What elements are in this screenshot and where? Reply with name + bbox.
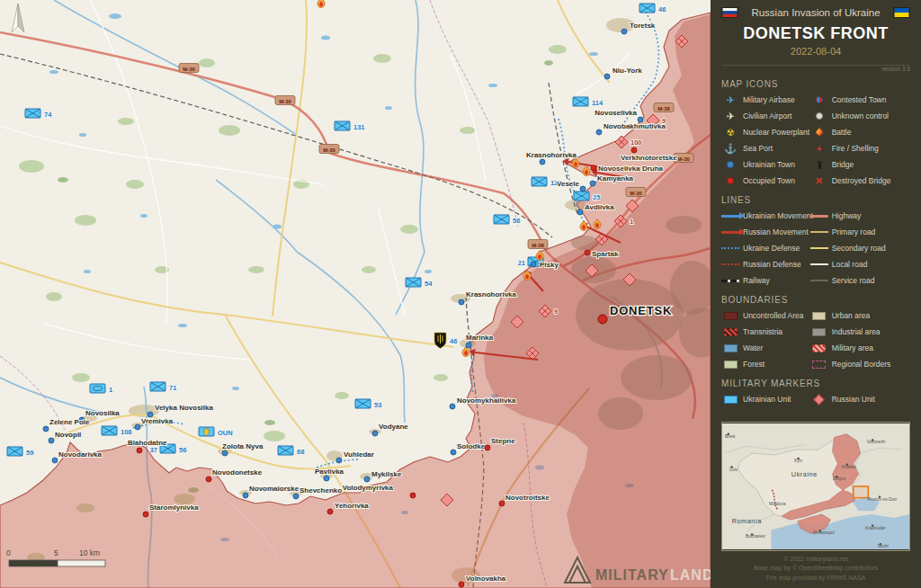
contested-town-icon [810, 94, 828, 106]
legend-item-label: Local road [832, 260, 868, 269]
regional-borders-shape [812, 361, 826, 369]
secondary-road-shape [810, 247, 828, 250]
front-title: DONETSK FRONT [721, 24, 910, 43]
ukraine-flag-icon [893, 7, 910, 18]
town-label: Novoselivka Druha [598, 165, 664, 173]
town-label: Novobakhmutivka [604, 122, 666, 130]
forest-patch [72, 373, 90, 382]
legend-item-label: Russian Unit [832, 395, 875, 404]
forest-patch [264, 431, 285, 441]
legend-item-bridge: )(Bridge [810, 156, 910, 173]
legend-item-industrial-area: Industrial area [810, 324, 910, 340]
local-road-shape [810, 263, 828, 265]
legend-item-label: Nuclear Powerplant [743, 128, 809, 137]
legend-item-label: Occupied Town [743, 176, 795, 185]
military-area-icon [810, 342, 828, 354]
town-label: Novomykhailivka [457, 396, 516, 405]
road-badge-label: M-30 [323, 147, 335, 153]
forest-patch [46, 292, 62, 301]
legend-item-ukrainian-unit: Ukrainian Unit [721, 391, 810, 407]
forest-patch [434, 374, 448, 381]
uncontrolled-area-shape [724, 312, 738, 320]
sidebar-bottom: BrestVoronezhKyivKharkivLvivUkraineDnipr… [721, 422, 910, 584]
forest-patch [335, 392, 349, 399]
scale-label: 10 km [79, 548, 100, 557]
road-badge-label: M-30 [183, 67, 195, 72]
town-dot [293, 494, 299, 499]
legend-item-water: Water [721, 340, 810, 356]
town-label: Blahodatne [128, 439, 167, 447]
road-badge: M-30 [179, 64, 199, 73]
road-badge-label: M-30 [630, 191, 642, 196]
town-dot [580, 186, 586, 192]
legend-item-label: Russian Movement [743, 227, 809, 236]
town-dot [43, 426, 49, 432]
legend-item-transnistria: Transnistria [721, 324, 810, 340]
pond [49, 70, 58, 74]
pond [385, 106, 392, 110]
water-shape [724, 344, 738, 352]
forest-patch [118, 118, 134, 125]
town-dot [372, 431, 378, 436]
russian-defense-icon [721, 258, 739, 271]
town-dot [324, 476, 329, 481]
ukrainian-movement-icon [721, 209, 739, 222]
ukrainian-unit-marker: 25 [574, 192, 600, 201]
overview-minimap: BrestVoronezhKyivKharkivLvivUkraineDnipr… [721, 422, 910, 551]
ukrainian-unit-label: 108 [121, 428, 132, 436]
town-label: Yehorivka [335, 502, 369, 510]
legend-item-battle: Battle [810, 124, 910, 140]
ukraine-defense-icon [721, 242, 739, 254]
forest-patch [362, 266, 376, 273]
legend-item-sea-port: ⚓Sea Port [721, 140, 810, 156]
town-dot [49, 438, 54, 443]
transnistria-icon [721, 325, 739, 338]
pond [84, 270, 91, 273]
town-dot [585, 250, 590, 255]
town-dot [499, 501, 505, 506]
unknown-control-icon [810, 110, 828, 122]
town-label: Stepne [491, 437, 515, 445]
town-dot [52, 458, 58, 463]
city-urban-patch [598, 397, 643, 430]
attribution-block: © 2022 militaryland.net Base map by © Op… [721, 555, 910, 584]
ukrainian-unit-marker: 74 [25, 109, 52, 119]
ukrainian-unit-marker: 131 [335, 121, 365, 131]
town-label: Staromlynivka [149, 503, 199, 512]
legend-item-label: Highway [832, 211, 862, 220]
pond [589, 52, 598, 56]
map-canvas: M-30M-30M-30M-38M-30M-30M-38910019741311… [0, 0, 711, 588]
russian-unit-label: 1 [630, 218, 633, 226]
legend-heading-military-markers: MILITARY MARKERS [721, 379, 910, 388]
version-label: version 3.6 [721, 66, 910, 73]
legend-item-regional-borders: Regional Borders [810, 356, 910, 372]
legend-item-military-area: Military area [810, 340, 910, 356]
occupied-town-shape [727, 177, 734, 184]
forest-patch [248, 266, 264, 273]
minimap-label: Lviv [729, 467, 738, 471]
legend-item-label: Secondary road [832, 244, 886, 253]
road-badge: M-38 [528, 240, 548, 249]
pond [109, 13, 121, 19]
town-dot [222, 450, 228, 456]
legend-item-label: Battle [832, 128, 852, 137]
railway-shape [721, 280, 739, 282]
forest-patch [549, 45, 567, 54]
town-dot [459, 582, 464, 587]
rect [58, 560, 105, 566]
pond [488, 84, 497, 87]
legend-heading-map-icons: MAP ICONS [721, 79, 910, 89]
forest-patch [19, 160, 44, 173]
minimap-label: Brest [725, 433, 736, 438]
russian-unit-label: 9 [554, 307, 558, 316]
town-label: Kamyanka [597, 174, 634, 183]
legend-item-ukrainian-movement: Ukrainian Movement [721, 208, 810, 224]
legend-item-russian-unit: Russian Unit [810, 391, 910, 407]
town-label: Avdiivka [585, 203, 614, 211]
forest-icon [721, 358, 739, 370]
town-label: Volnovakha [466, 575, 506, 583]
legend-item-label: Military area [832, 343, 873, 352]
minimap-label: Sochi [878, 544, 889, 548]
battle-icon [810, 126, 828, 138]
minimap-viewport-rect [854, 486, 869, 498]
